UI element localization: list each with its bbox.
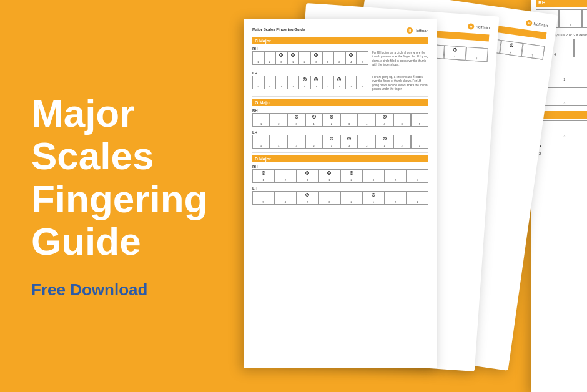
white-key: 44 <box>375 113 393 127</box>
d-lh-piano: 5 4 12 3 2 11 2 1 <box>252 191 428 205</box>
white-key: ④3 <box>297 169 318 183</box>
white-key: 2 <box>270 113 287 127</box>
white-key: 11 <box>298 76 310 89</box>
front-guide-title: Major Scales Fingering Guide <box>252 27 305 31</box>
white-key: 2 <box>333 51 345 65</box>
white-key: 3 <box>340 113 358 127</box>
white-key: 4 <box>270 135 287 149</box>
g-lh-piano: 5 4 3 2 11 ③3 2 11 2 1 <box>252 135 428 149</box>
white-key: 1 <box>357 76 368 89</box>
d-lh-label: LH <box>252 187 428 190</box>
white-key: 3 <box>393 113 411 127</box>
c-major-header: C Major <box>252 37 428 44</box>
white-key: 11 <box>375 135 393 149</box>
hoffman-logo-icon: H <box>526 19 533 26</box>
far-num-1: 1 <box>536 155 587 159</box>
white-key: ④2 <box>340 169 362 183</box>
white-key: 2 <box>340 191 362 205</box>
white-key: 33 <box>275 51 287 65</box>
white-key: 1 <box>411 135 428 149</box>
white-key: 11 <box>362 191 384 205</box>
g-rh-piano: 1 2 33 11 ④2 3 4 44 3 5 <box>252 113 428 127</box>
white-key: 2 <box>322 76 334 89</box>
white-key: 3 <box>574 39 587 57</box>
d-major-header: D Major <box>252 155 428 162</box>
white-key: 33 <box>287 113 305 127</box>
white-key: 5 <box>411 113 428 127</box>
mid-hoffman-icon: H <box>468 23 475 30</box>
white-key: 2 <box>274 169 296 183</box>
g-major-header: G Major <box>252 99 428 106</box>
front-hoffman-icon: H <box>407 27 413 34</box>
page-front: Major Scales Fingering Guide H Hoffman C… <box>244 19 437 368</box>
white-key: 33 <box>310 76 322 89</box>
pages-container: RH 1 2 3 1 2 *Option: May use 2 or 3 if … <box>225 0 587 392</box>
white-key: 1 <box>252 113 270 127</box>
white-key: 34 <box>345 51 357 65</box>
back-logo-text: Hoffman <box>533 22 548 27</box>
far-piano-5: 3 4 <box>536 120 587 139</box>
white-key: 3 <box>275 76 287 89</box>
white-key: 2 <box>385 169 407 183</box>
c-lh-label: LH <box>252 71 428 75</box>
divider-1 <box>252 96 428 97</box>
white-key: 5 <box>252 76 264 89</box>
front-logo-text: Hoffman <box>414 29 428 32</box>
white-key: ③3 <box>340 135 358 149</box>
right-section: RH 1 2 3 1 2 *Option: May use 2 or 3 if … <box>225 0 587 392</box>
free-download-label: Free Download <box>31 280 231 300</box>
c-lh-row: 5 4 3 2 11 33 2 11 2 1 For LH going up, … <box>252 76 428 94</box>
c-rh-label: RH <box>252 47 428 51</box>
c-rh-note: For RH going up, a circle shows where th… <box>372 51 428 67</box>
d-rh-label: RH <box>252 165 428 169</box>
white-key: 2 <box>298 51 310 65</box>
c-rh-piano: 1 2 33 11 2 33 1 2 34 5 <box>252 51 368 65</box>
white-key: 1 <box>407 191 428 205</box>
mid-hoffman-logo: H Hoffman <box>468 23 490 31</box>
white-key: 3 <box>362 169 384 183</box>
white-key: 5 <box>465 47 488 62</box>
white-key: 11 <box>287 51 299 65</box>
white-key: 1 <box>322 51 334 65</box>
front-hoffman-logo: H Hoffman <box>407 27 428 34</box>
white-key: 3 <box>536 120 587 139</box>
white-key: 3 <box>318 191 340 205</box>
c-rh-row: 1 2 33 11 2 33 1 2 34 5 For RH going up,… <box>252 51 428 69</box>
main-title: Major Scales Fingering Guide <box>31 92 231 263</box>
white-key: 5 <box>252 135 270 149</box>
white-key: 3 <box>582 9 587 28</box>
c-lh-piano: 5 4 3 2 11 33 2 11 2 1 <box>252 76 368 89</box>
g-rh-label: RH <box>252 109 428 112</box>
white-key: 33 <box>310 51 322 65</box>
white-key: 11 <box>333 76 345 89</box>
white-key: 5 <box>252 191 274 205</box>
white-key: ①1 <box>318 169 340 183</box>
left-section: Major Scales Fingering Guide Free Downlo… <box>0 0 262 392</box>
white-key: 4 <box>274 191 296 205</box>
white-key: 4 <box>358 113 375 127</box>
white-key: 2 <box>559 9 582 28</box>
white-key: 2 <box>305 135 323 149</box>
mid-logo-text: Hoffman <box>475 25 490 30</box>
white-key: 5 <box>407 169 428 183</box>
white-key: 3 <box>287 135 305 149</box>
white-key: 11 <box>323 135 340 149</box>
c-lh-note: For LH going up, a circle means ® slides… <box>372 76 428 91</box>
front-page-header: Major Scales Fingering Guide H Hoffman <box>252 27 428 34</box>
far-section-1: RH <box>536 0 587 7</box>
white-key: 34 <box>443 45 466 60</box>
divider-2 <box>252 152 428 153</box>
back-hoffman-logo: H Hoffman <box>526 19 548 29</box>
white-key: ④4 <box>500 40 523 57</box>
white-key: 2 <box>287 76 299 89</box>
white-key: 12 <box>297 191 318 205</box>
white-key: 2 <box>345 76 357 89</box>
white-key: 2 <box>358 135 375 149</box>
white-key: ④2 <box>323 113 340 127</box>
d-rh-piano: ①1 2 ④3 ①1 ④2 3 2 5 <box>252 169 428 183</box>
white-key: 2 <box>264 51 276 65</box>
g-lh-label: LH <box>252 130 428 134</box>
white-key: 2 <box>393 135 411 149</box>
white-key: 2 <box>385 191 407 205</box>
white-key: 3 <box>521 43 545 60</box>
